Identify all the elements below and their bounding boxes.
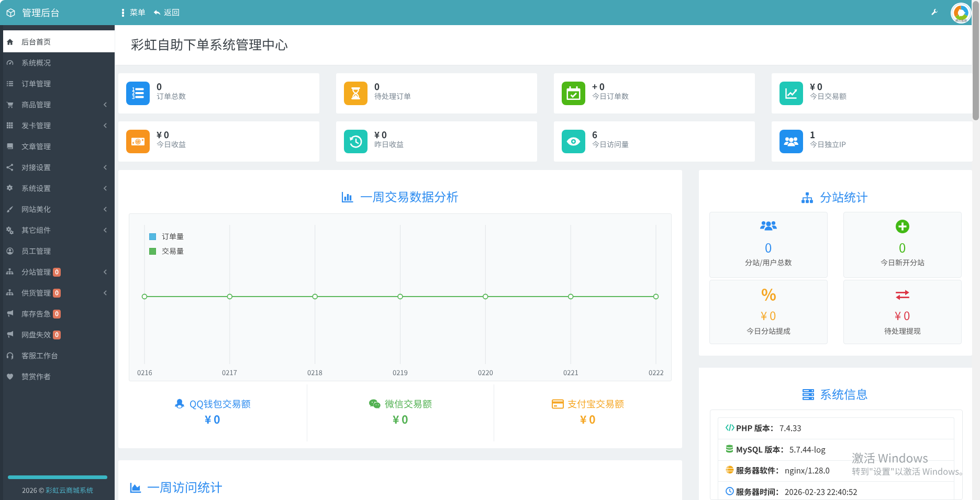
svg-text:腾讯视频: 腾讯视频	[955, 19, 967, 22]
